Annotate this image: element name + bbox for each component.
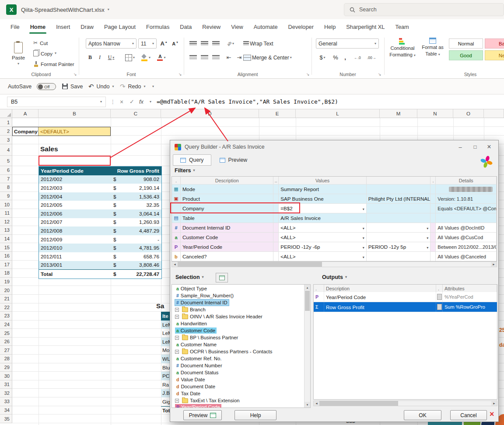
row-header[interactable]: 15 [0,243,12,252]
filter-row[interactable]: P Year/Period Code PERIOD -12y -6p PERIO… [172,242,497,251]
tree-item[interactable]: # Document Internal ID [172,299,304,306]
column-header[interactable]: A [12,109,38,118]
format-painter-button[interactable]: Format Painter [33,59,74,68]
cell-style-option[interactable]: Normal [449,38,483,49]
tree-item[interactable]: d Document Date [172,383,304,390]
column-header[interactable]: M [380,109,417,118]
chevron-down-icon[interactable] [427,244,428,250]
output-row[interactable]: Σ Row Gross Profit Sum %RowGroPro [314,302,497,312]
row-header[interactable]: 26 [0,338,12,346]
align-left-button[interactable] [188,52,198,63]
copy-button[interactable]: Copy [33,49,56,58]
filter-value2-cell[interactable] [367,233,431,242]
filters-section-label[interactable]: Filters [175,167,195,174]
search-input[interactable]: Search [344,3,504,16]
options-button[interactable] [437,304,442,310]
tree-item[interactable]: P Year/Period Code [172,404,304,408]
tree-item[interactable]: a Object Type [172,285,304,292]
scrollbar-thumb[interactable] [178,262,322,267]
filter-value2-cell[interactable] [367,204,431,213]
scrollbar-thumb[interactable] [305,291,310,311]
filter-value-cell[interactable]: SAP Business One [279,194,366,203]
scroll-down-icon[interactable] [304,402,310,408]
company-value-cell[interactable]: <DEFAULT> [38,127,110,136]
tree-item[interactable]: # Sample_Row_Number() [172,292,304,299]
scroll-right-icon[interactable] [491,401,497,406]
tree-item[interactable]: a Handwritten [172,320,304,327]
align-center-button[interactable] [200,52,209,63]
filters-horizontal-scrollbar[interactable] [172,261,497,267]
decrease-indent-button[interactable] [224,52,234,63]
paste-button[interactable]: Paste [8,38,29,70]
select-all-corner[interactable] [0,109,12,118]
menu-tab[interactable]: Insert [51,19,75,34]
font-dialog-launcher[interactable] [178,72,182,77]
chevron-down-icon[interactable] [427,225,428,230]
align-bottom-button[interactable] [211,38,220,49]
row-header[interactable]: 21 [0,295,12,303]
redo-button[interactable]: Redo [120,79,145,94]
font-color-button[interactable]: A [155,52,168,63]
cancel-entry-button[interactable]: × [120,94,123,109]
help-button[interactable]: Help [234,410,276,420]
tree-item[interactable]: d Tax Date [172,390,304,397]
merge-center-button[interactable]: Merge & Center [243,52,292,63]
menu-tab[interactable]: Home [25,19,51,34]
column-header[interactable]: C [111,109,161,118]
column-header[interactable]: D [161,109,259,118]
wrap-text-button[interactable]: Wrap Text [243,38,273,49]
filter-row[interactable]: ▣ Product SAP Business One Philight Pty … [172,194,497,203]
expand-plus-icon[interactable] [175,350,179,354]
ok-button[interactable]: OK [404,410,441,420]
scroll-up-icon[interactable] [304,285,310,290]
menu-tab[interactable]: Sharperlight XL [341,19,390,34]
scrollbar-thumb[interactable] [319,401,398,406]
dialog-tab[interactable]: Preview [212,154,255,166]
row-header[interactable]: 8 [0,183,12,192]
cell-style-option[interactable]: Ba [485,38,504,49]
filter-value-cell[interactable]: =B$2 [279,204,366,213]
autosave-toggle[interactable]: Off [37,83,56,90]
menu-tab[interactable]: Automate [248,19,283,34]
row-header[interactable]: 31 [0,380,12,389]
font-size-combo[interactable]: 11 [138,38,157,49]
column-header[interactable]: E [259,109,296,118]
menu-tab[interactable]: File [5,19,25,34]
menu-tab[interactable]: Formulas [141,19,175,34]
profit-row[interactable]: 2012/009 $ - [39,235,161,244]
expand-plus-icon[interactable] [175,308,179,312]
menu-tab[interactable]: Review [197,19,226,34]
number-format-combo[interactable]: General [316,38,379,49]
menu-tab[interactable]: View [226,19,248,34]
row-header[interactable]: 10 [0,200,12,209]
bold-button[interactable]: B [86,52,94,63]
selection-section-label[interactable]: Selection [175,274,204,280]
row-header[interactable]: 18 [0,269,12,278]
minimize-button[interactable] [454,142,467,152]
filter-row[interactable]: # Document Internal ID <ALL> All Values … [172,223,497,232]
column-header[interactable]: B [38,109,111,118]
orientation-button[interactable]: ab [224,38,237,49]
clipboard-dialog-launcher[interactable] [74,72,77,77]
customize-toolbar-button[interactable] [152,79,154,94]
row-header[interactable]: 25 [0,329,12,338]
workbook-title[interactable]: Qiita-SpreadSheetWithChart.xlsx [21,0,109,19]
filter-value-cell[interactable]: <ALL> [279,233,366,242]
profit-row[interactable]: 2012/004 $ 1,536.43 [39,192,161,201]
row-header[interactable]: 22 [0,303,12,312]
output-options-cell[interactable] [436,292,443,302]
menu-tab[interactable]: Help [319,19,341,34]
chevron-down-icon[interactable] [427,234,428,240]
row-header[interactable]: 24 [0,320,12,329]
row-header[interactable]: 5 [0,156,12,166]
profit-row[interactable]: 2012/006 $ 3,064.14 [39,209,161,218]
formula-input[interactable]: =@mdTable("A/R Sales Invoice","AR Sales … [157,94,338,109]
increase-font-size-button[interactable]: A▴ [158,38,169,49]
profit-row[interactable]: 2012/003 $ 2,190.14 [39,184,161,192]
sheet-row[interactable] [12,118,504,127]
filter-value2-cell[interactable]: PERIOD -12y 5p [367,242,431,251]
chevron-down-icon[interactable] [363,225,364,230]
row-header[interactable]: 34 [0,406,12,415]
menu-tab[interactable]: Draw [75,19,99,34]
align-right-button[interactable] [211,52,220,63]
